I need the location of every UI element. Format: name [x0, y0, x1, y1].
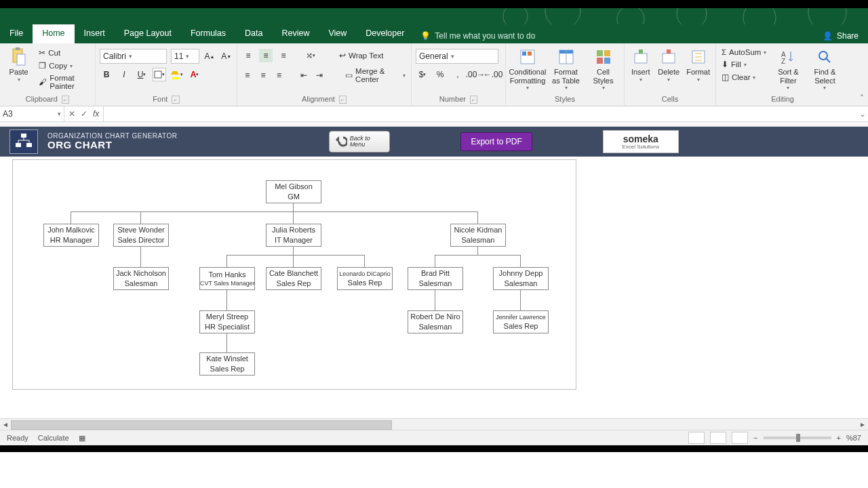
- cancel-formula-icon[interactable]: ✕: [68, 109, 75, 119]
- org-node[interactable]: Brad PittSalesman: [408, 267, 463, 290]
- sort-filter-button[interactable]: AZ Sort & Filter▾: [772, 46, 804, 91]
- number-format-select[interactable]: General▾: [416, 49, 498, 64]
- org-node[interactable]: Steve WonderSales Director: [113, 224, 169, 247]
- svg-point-4: [743, 8, 776, 24]
- tab-insert[interactable]: Insert: [75, 24, 115, 43]
- decrease-indent-icon[interactable]: ⇤: [298, 68, 309, 82]
- org-node[interactable]: Jack NicholsonSalesman: [113, 267, 169, 290]
- org-node[interactable]: Johnny DeppSalesman: [493, 267, 549, 290]
- font-size-select[interactable]: 11▾: [171, 49, 199, 64]
- delete-cells-button[interactable]: Delete▾: [656, 46, 681, 83]
- increase-font-icon[interactable]: A▲: [203, 49, 216, 63]
- font-name-select[interactable]: Calibri▾: [100, 49, 167, 64]
- share-button[interactable]: 👤 Share: [816, 24, 868, 43]
- scroll-right-icon[interactable]: ▸: [857, 419, 868, 430]
- tab-formulas[interactable]: Formulas: [181, 24, 235, 43]
- zoom-out-icon[interactable]: −: [753, 434, 757, 442]
- fill-button[interactable]: ⬇Fill▾: [720, 59, 768, 70]
- comma-format-icon[interactable]: ,: [451, 68, 465, 81]
- org-node[interactable]: Nicole KidmanSalesman: [450, 224, 506, 247]
- org-node[interactable]: Tom HanksCVT Sales Manager: [199, 267, 255, 290]
- format-painter-button[interactable]: 🖌Format Painter: [37, 73, 91, 91]
- zoom-slider[interactable]: [764, 436, 831, 439]
- scroll-left-icon[interactable]: ◂: [0, 419, 11, 430]
- formula-bar[interactable]: [104, 106, 857, 121]
- align-bottom-icon[interactable]: ≡: [277, 49, 290, 62]
- format-cells-button[interactable]: Format▾: [685, 46, 711, 83]
- align-middle-icon[interactable]: ≡: [259, 49, 273, 62]
- percent-format-icon[interactable]: %: [433, 68, 447, 81]
- wrap-text-button[interactable]: ↩Wrap Text: [338, 50, 384, 61]
- italic-button[interactable]: I: [117, 68, 131, 81]
- zoom-in-icon[interactable]: +: [837, 434, 841, 442]
- org-node[interactable]: Julia RobertsIT Manager: [266, 224, 321, 247]
- view-normal-icon[interactable]: [688, 432, 705, 444]
- paste-button[interactable]: Paste ▾: [4, 46, 33, 83]
- org-node[interactable]: Leonardo DiCaprioSales Rep: [337, 267, 393, 290]
- format-cells-icon: [689, 47, 708, 66]
- tab-page-layout[interactable]: Page Layout: [115, 24, 181, 43]
- find-select-button[interactable]: Find & Select▾: [808, 46, 841, 91]
- connector: [226, 255, 227, 267]
- org-node[interactable]: Mel GibsonGM: [266, 180, 321, 203]
- org-node[interactable]: Jennifer LawrenceSales Rep: [493, 310, 549, 333]
- org-node[interactable]: Kate WinsletSales Rep: [199, 352, 255, 375]
- increase-decimal-icon[interactable]: .00→: [469, 68, 482, 81]
- tab-review[interactable]: Review: [272, 24, 319, 43]
- tab-data[interactable]: Data: [235, 24, 272, 43]
- name-box[interactable]: A3▾: [0, 106, 64, 121]
- view-page-break-icon[interactable]: [732, 432, 748, 444]
- scroll-thumb[interactable]: [11, 420, 392, 430]
- tab-view[interactable]: View: [319, 24, 356, 43]
- svg-rect-19: [597, 58, 603, 64]
- decrease-decimal-icon[interactable]: ←.00: [486, 68, 500, 81]
- fill-color-button[interactable]: ▾: [170, 68, 184, 81]
- insert-cells-button[interactable]: Insert▾: [629, 46, 652, 83]
- connector: [226, 333, 227, 352]
- align-left-icon[interactable]: ≡: [241, 68, 253, 82]
- underline-button[interactable]: U▾: [135, 68, 149, 81]
- align-right-icon[interactable]: ≡: [273, 68, 285, 82]
- fx-icon[interactable]: fx: [93, 109, 99, 119]
- org-node[interactable]: Cate BlanchettSales Rep: [266, 267, 321, 290]
- decrease-font-icon[interactable]: A▼: [220, 49, 233, 63]
- clear-button[interactable]: ◫Clear▾: [720, 72, 768, 83]
- align-center-icon[interactable]: ≡: [257, 68, 269, 82]
- format-as-table-button[interactable]: Format as Table▾: [549, 46, 583, 91]
- scroll-track[interactable]: [11, 419, 857, 430]
- conditional-formatting-button[interactable]: Conditional Formatting▾: [510, 46, 545, 91]
- connector: [293, 247, 294, 255]
- view-page-layout-icon[interactable]: [710, 432, 726, 444]
- orientation-icon[interactable]: ⤭▾: [304, 49, 317, 62]
- expand-formula-bar-icon[interactable]: ⌄: [857, 106, 868, 121]
- org-node[interactable]: Meryl StreepHR Specialist: [199, 310, 255, 333]
- tab-file[interactable]: File: [0, 24, 33, 43]
- org-node[interactable]: John MalkovicHR Manager: [43, 224, 99, 247]
- connector: [477, 211, 478, 224]
- export-pdf-button[interactable]: Export to PDF: [460, 132, 532, 151]
- table-format-icon: [557, 47, 576, 66]
- horizontal-scrollbar[interactable]: ◂ ▸: [0, 418, 868, 430]
- svg-line-29: [826, 58, 830, 62]
- macro-record-icon[interactable]: ▦: [79, 434, 85, 443]
- tab-home[interactable]: Home: [33, 24, 74, 43]
- borders-button[interactable]: ▾: [153, 68, 166, 81]
- font-color-button[interactable]: A▾: [188, 68, 201, 81]
- merge-center-button[interactable]: ▭Merge & Center▾: [344, 66, 407, 84]
- cell-styles-button[interactable]: Cell Styles▾: [587, 46, 620, 91]
- org-node[interactable]: Robert De NiroSalesman: [408, 310, 463, 333]
- accounting-format-icon[interactable]: $▾: [416, 68, 429, 81]
- bold-button[interactable]: B: [100, 68, 113, 81]
- align-top-icon[interactable]: ≡: [241, 49, 255, 62]
- autosum-button[interactable]: ΣAutoSum▾: [720, 47, 768, 57]
- enter-formula-icon[interactable]: ✓: [81, 109, 87, 119]
- increase-indent-icon[interactable]: ⇥: [313, 68, 325, 82]
- collapse-ribbon-icon[interactable]: ˄: [860, 94, 864, 103]
- tell-me-search[interactable]: 💡 Tell me what you want to do: [414, 24, 545, 43]
- tab-developer[interactable]: Developer: [356, 24, 414, 43]
- back-to-menu-button[interactable]: Back to Menu: [329, 131, 390, 152]
- svg-point-5: [808, 8, 846, 24]
- group-number: General▾ $▾ % , .00→ ←.00 Number⌐: [412, 43, 506, 106]
- copy-button[interactable]: ❐Copy▾: [37, 60, 91, 71]
- cut-button[interactable]: ✂Cut: [37, 47, 91, 58]
